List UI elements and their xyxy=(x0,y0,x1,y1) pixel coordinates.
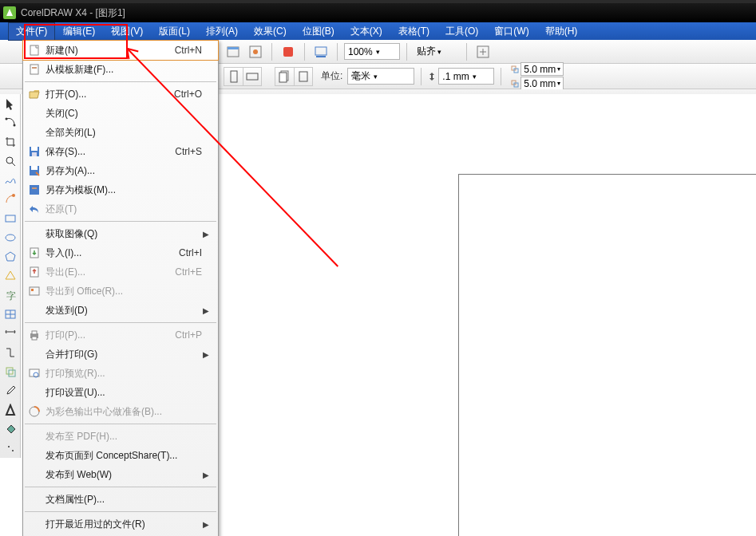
open-icon xyxy=(23,88,46,100)
menuitem-打印预览R: 打印预览(R)... xyxy=(23,364,218,383)
menuitem-label: 获取图像(Q) xyxy=(46,227,202,241)
new-icon xyxy=(23,44,46,57)
menuitem-打印设置U[interactable]: 打印设置(U)... xyxy=(23,383,218,402)
tool-eyedrop[interactable] xyxy=(0,381,21,400)
page-apply-group[interactable] xyxy=(275,67,313,86)
tool-smart[interactable] xyxy=(0,190,21,209)
menuitem-获取图像Q[interactable]: 获取图像(Q)▶ xyxy=(23,224,218,243)
menuitem-另存为A[interactable]: 另存为(A)... xyxy=(23,161,218,180)
menuitem-为彩色输出中心做: 为彩色输出中心做准备(B)... xyxy=(23,402,218,421)
tool-fill[interactable] xyxy=(0,420,21,439)
menuitem-打开最近用过的文[interactable]: 打开最近用过的文件(R)▶ xyxy=(23,514,218,534)
tool-dimension[interactable] xyxy=(0,324,21,343)
svg-rect-38 xyxy=(31,166,38,170)
svg-rect-13 xyxy=(299,72,307,81)
dup-x-combo[interactable]: 5.0 mm▾ xyxy=(520,62,564,76)
svg-rect-26 xyxy=(6,368,13,374)
app-launcher-button[interactable] xyxy=(279,42,298,61)
options2-button[interactable] xyxy=(473,42,493,61)
import-icon xyxy=(23,246,46,259)
snap-combo[interactable]: 贴齐 ▾ xyxy=(414,43,460,60)
svg-rect-43 xyxy=(30,287,39,295)
menuitem-另存为模板M[interactable]: 另存为模板(M)... xyxy=(23,180,218,199)
menu-表格[interactable]: 表格(T) xyxy=(390,22,437,41)
tool-crop[interactable] xyxy=(0,132,21,152)
tool-effects[interactable] xyxy=(0,362,21,381)
tool-zoom[interactable] xyxy=(0,152,21,171)
title-bar: CorelDRAW X4 - [图形1] xyxy=(0,3,756,22)
tool-outline[interactable] xyxy=(0,400,21,420)
apply-all-button[interactable] xyxy=(275,67,294,86)
svg-rect-46 xyxy=(32,331,37,334)
menu-版面[interactable]: 版面(L) xyxy=(151,22,198,41)
tool-shapes[interactable] xyxy=(0,266,21,286)
menu-帮助[interactable]: 帮助(H) xyxy=(537,22,586,41)
tool-pick[interactable] xyxy=(0,94,21,113)
print-icon xyxy=(23,329,46,341)
menuitem-label: 保存(S)... xyxy=(46,145,175,159)
menu-工具[interactable]: 工具(O) xyxy=(437,22,486,41)
svg-point-29 xyxy=(8,446,10,447)
svg-rect-7 xyxy=(316,56,326,57)
dup-y-combo[interactable]: 5.0 mm▾ xyxy=(520,77,564,90)
submenu-arrow-icon: ▶ xyxy=(202,306,210,315)
menuitem-发布至 PDFH: 发布至 PDF(H)... xyxy=(23,427,218,446)
tool-freehand[interactable] xyxy=(0,171,21,190)
options-button[interactable] xyxy=(246,42,265,61)
tool-connector[interactable] xyxy=(0,343,21,362)
tool-polygon[interactable] xyxy=(0,247,21,266)
file-menu-dropdown[interactable]: 新建(N)Ctrl+N从模板新建(F)...打开(O)...Ctrl+O关闭(C… xyxy=(22,40,219,536)
menuitem-label: 发布至 PDF(H)... xyxy=(46,430,202,443)
menuitem-文档属性P[interactable]: 文档属性(P)... xyxy=(23,490,218,509)
menu-视图[interactable]: 视图(V) xyxy=(103,22,151,41)
menuitem-新建N[interactable]: 新建(N)Ctrl+N xyxy=(22,40,219,61)
tool-table[interactable] xyxy=(0,305,21,324)
unit-combo[interactable]: 毫米▾ xyxy=(347,68,414,85)
menuitem-合并打印G[interactable]: 合并打印(G)▶ xyxy=(23,345,218,364)
export-icon xyxy=(23,266,46,278)
menuitem-保存S[interactable]: 保存(S)...Ctrl+S xyxy=(23,142,218,161)
zoom-combo[interactable]: 100%▾ xyxy=(344,43,400,60)
menuitem-label: 打开最近用过的文件(R) xyxy=(46,518,202,531)
menuitem-发布到 WebW[interactable]: 发布到 Web(W)▶ xyxy=(23,465,218,484)
menuitem-全部关闭L[interactable]: 全部关闭(L) xyxy=(23,123,218,142)
svg-rect-31 xyxy=(30,45,38,55)
menu-位图[interactable]: 位图(B) xyxy=(295,22,342,41)
tool-ellipse[interactable] xyxy=(0,228,21,247)
menu-窗口[interactable]: 窗口(W) xyxy=(486,22,536,41)
menu-效果[interactable]: 效果(C) xyxy=(246,22,295,41)
svg-point-4 xyxy=(253,49,258,54)
portrait-button[interactable] xyxy=(224,67,243,86)
menuitem-label: 导出(E)... xyxy=(46,266,175,279)
preview-button[interactable] xyxy=(311,42,331,61)
menu-编辑[interactable]: 编辑(E) xyxy=(55,22,103,41)
tool-text[interactable]: 字 xyxy=(0,286,21,305)
landscape-button[interactable] xyxy=(243,67,262,86)
tool-ifill[interactable] xyxy=(0,439,21,458)
menuitem-导出到 Offi: 导出到 Office(R)... xyxy=(23,282,218,301)
menuitem-发布页面到 Co[interactable]: 发布页面到 ConceptShare(T)... xyxy=(23,446,218,465)
menu-separator xyxy=(25,424,216,424)
tool-rect[interactable] xyxy=(0,209,21,228)
welcome-button[interactable] xyxy=(224,42,243,61)
apply-current-button[interactable] xyxy=(294,67,313,86)
tool-shape[interactable] xyxy=(0,113,21,132)
menuitem-label: 发布到 Web(W) xyxy=(46,468,202,482)
menu-文件[interactable]: 文件(F) xyxy=(8,22,55,41)
toolbox: 字 xyxy=(0,94,21,458)
window-title: CorelDRAW X4 - [图形1] xyxy=(21,6,125,20)
menuitem-导入I[interactable]: 导入(I)...Ctrl+I xyxy=(23,243,218,262)
menuitem-打开O[interactable]: 打开(O)...Ctrl+O xyxy=(23,85,218,104)
menuitem-发送到D[interactable]: 发送到(D)▶ xyxy=(23,301,218,320)
menuitem-从模板新建F[interactable]: 从模板新建(F)... xyxy=(23,60,218,79)
orientation-group[interactable] xyxy=(224,67,262,86)
menu-排列[interactable]: 排列(A) xyxy=(198,22,246,41)
nudge-combo[interactable]: .1 mm▾ xyxy=(438,68,494,85)
menu-bar[interactable]: 文件(F)编辑(E)视图(V)版面(L)排列(A)效果(C)位图(B)文本(X)… xyxy=(0,22,756,40)
svg-rect-10 xyxy=(247,73,258,80)
menuitem-label: 合并打印(G) xyxy=(46,348,202,361)
menuitem-关闭C[interactable]: 关闭(C) xyxy=(23,104,218,123)
menuitem-shortcut: Ctrl+S xyxy=(175,146,202,157)
svg-rect-36 xyxy=(32,152,37,156)
menu-文本[interactable]: 文本(X) xyxy=(342,22,390,41)
